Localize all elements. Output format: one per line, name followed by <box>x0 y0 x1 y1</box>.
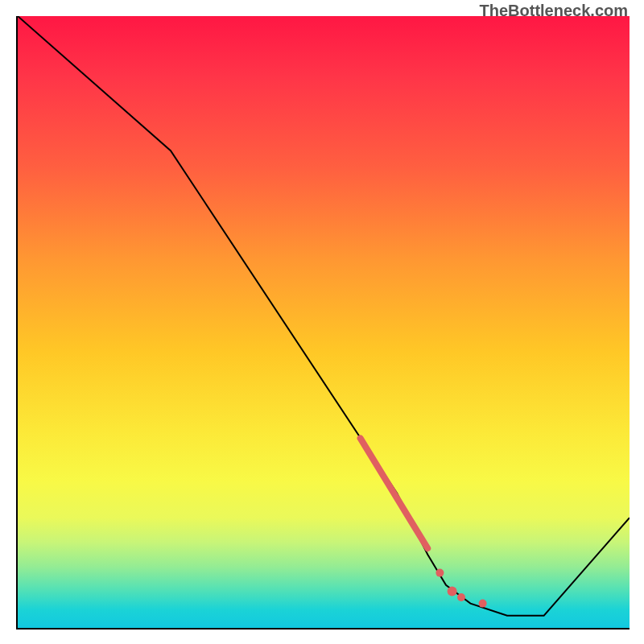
data-marker <box>436 569 444 577</box>
data-marker <box>457 593 465 601</box>
chart-svg <box>18 16 630 628</box>
plot-area <box>16 16 630 630</box>
watermark-text: TheBottleneck.com <box>480 2 628 20</box>
chart-container: TheBottleneck.com <box>0 0 644 644</box>
data-markers <box>436 569 486 608</box>
data-marker <box>479 600 487 608</box>
highlight-segment <box>361 438 428 548</box>
svg-line-0 <box>361 438 428 548</box>
data-marker <box>448 586 457 596</box>
chart-line <box>18 16 630 616</box>
